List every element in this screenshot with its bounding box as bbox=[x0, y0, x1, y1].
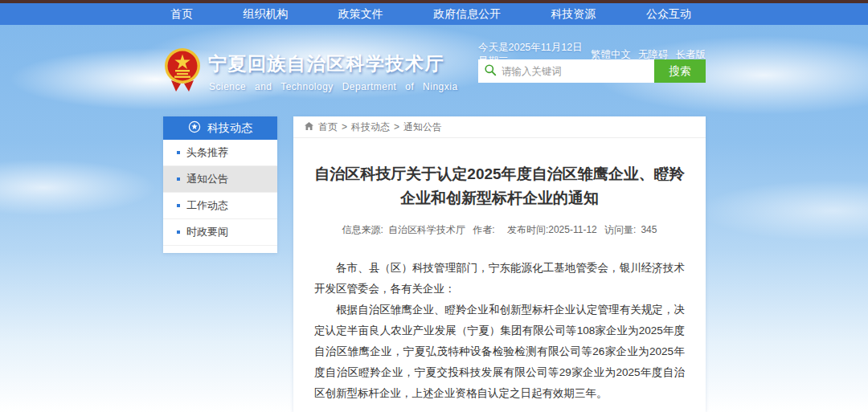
meta-source-label: 信息来源: bbox=[342, 224, 383, 235]
meta-views-label: 访问量: bbox=[604, 224, 636, 235]
sidebar-item-label: 工作动态 bbox=[186, 198, 228, 213]
meta-source-value: 自治区科学技术厅 bbox=[388, 224, 465, 235]
sidebar-item-politics[interactable]: 时政要闻 bbox=[163, 219, 277, 246]
meta-publish-time: 发布时间:2025-11-12 bbox=[507, 224, 597, 235]
bullet-icon bbox=[177, 204, 180, 207]
search-bar: 搜索 bbox=[478, 59, 706, 83]
breadcrumb-separator: > bbox=[394, 121, 399, 133]
article-meta: 信息来源:自治区科学技术厅 作者: 发布时间:2025-11-12 访问量:34… bbox=[293, 223, 706, 237]
nav-items: 首页 组织机构 政策文件 政府信息公开 科技资源 公众互动 bbox=[170, 3, 691, 25]
bullet-icon bbox=[177, 151, 180, 154]
site-title: 宁夏回族自治区科学技术厅 bbox=[208, 51, 444, 76]
nav-item-gov-info[interactable]: 政府信息公开 bbox=[433, 7, 501, 22]
breadcrumb-notices: 通知公告 bbox=[403, 120, 442, 134]
article-paragraph: 各市、县（区）科技管理部门，宁东能源化工基地管委会，银川经济技术开发区管委会，各… bbox=[314, 258, 685, 300]
nav-item-organization[interactable]: 组织机构 bbox=[243, 7, 288, 22]
national-emblem-icon bbox=[164, 47, 201, 93]
sidebar: 科技动态 头条推荐 通知公告 工作动态 时政要闻 bbox=[163, 116, 277, 253]
article-paragraph: 根据自治区雏鹰企业、瞪羚企业和创新型标杆企业认定管理有关规定，决定认定半亩良人农… bbox=[314, 300, 685, 404]
bullet-icon bbox=[177, 177, 180, 181]
nav-item-policy[interactable]: 政策文件 bbox=[338, 7, 383, 22]
nav-item-interaction[interactable]: 公众互动 bbox=[646, 7, 691, 22]
sidebar-item-label: 时政要闻 bbox=[186, 225, 228, 239]
article-title: 自治区科技厅关于认定2025年度自治区雏鹰企业、瞪羚企业和创新型标杆企业的通知 bbox=[311, 162, 689, 210]
sidebar-item-work-news[interactable]: 工作动态 bbox=[163, 193, 277, 219]
breadcrumb-separator: > bbox=[342, 121, 347, 133]
article: 自治区科技厅关于认定2025年度自治区雏鹰企业、瞪羚企业和创新型标杆企业的通知 … bbox=[293, 162, 706, 412]
article-body: 各市、县（区）科技管理部门，宁东能源化工基地管委会，银川经济技术开发区管委会，各… bbox=[293, 258, 706, 404]
nav-item-home[interactable]: 首页 bbox=[170, 7, 193, 22]
tech-news-icon bbox=[188, 120, 201, 136]
nav-item-resources[interactable]: 科技资源 bbox=[551, 7, 596, 22]
sidebar-item-label: 通知公告 bbox=[186, 172, 228, 186]
breadcrumb: 首页 > 科技动态 > 通知公告 bbox=[293, 116, 706, 138]
sidebar-item-label: 头条推荐 bbox=[186, 145, 228, 160]
main-panel: 首页 > 科技动态 > 通知公告 自治区科技厅关于认定2025年度自治区雏鹰企业… bbox=[293, 116, 706, 412]
sidebar-header: 科技动态 bbox=[163, 116, 277, 140]
bullet-icon bbox=[177, 230, 180, 234]
meta-views-value: 345 bbox=[641, 224, 657, 235]
breadcrumb-tech-news[interactable]: 科技动态 bbox=[351, 120, 390, 134]
search-input[interactable] bbox=[502, 66, 649, 77]
sidebar-item-notices[interactable]: 通知公告 bbox=[163, 166, 277, 193]
sidebar-title: 科技动态 bbox=[207, 121, 252, 136]
top-navigation: 首页 组织机构 政策文件 政府信息公开 科技资源 公众互动 bbox=[0, 3, 868, 25]
search-button[interactable]: 搜索 bbox=[654, 59, 706, 83]
search-input-wrap bbox=[478, 59, 654, 83]
sidebar-item-headlines[interactable]: 头条推荐 bbox=[163, 140, 277, 166]
site-subtitle: Science and Technology Department of Nin… bbox=[209, 81, 458, 92]
breadcrumb-home[interactable]: 首页 bbox=[318, 120, 338, 134]
meta-author-label: 作者: bbox=[473, 224, 494, 235]
home-icon bbox=[304, 121, 314, 133]
search-icon bbox=[484, 63, 497, 80]
